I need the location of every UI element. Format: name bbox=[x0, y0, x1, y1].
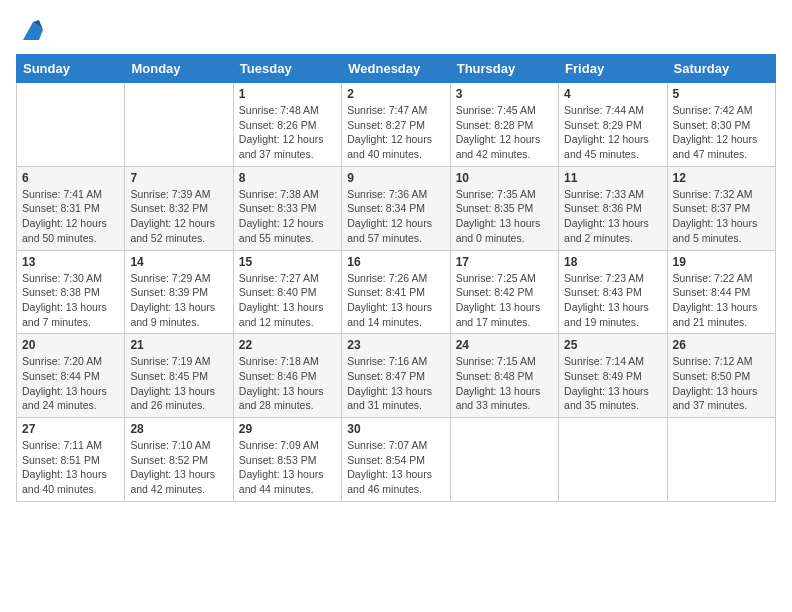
calendar-cell: 20Sunrise: 7:20 AMSunset: 8:44 PMDayligh… bbox=[17, 334, 125, 418]
calendar-cell: 17Sunrise: 7:25 AMSunset: 8:42 PMDayligh… bbox=[450, 250, 558, 334]
calendar-row: 27Sunrise: 7:11 AMSunset: 8:51 PMDayligh… bbox=[17, 418, 776, 502]
calendar-cell: 18Sunrise: 7:23 AMSunset: 8:43 PMDayligh… bbox=[559, 250, 667, 334]
day-info: Sunrise: 7:10 AMSunset: 8:52 PMDaylight:… bbox=[130, 438, 227, 497]
day-number: 20 bbox=[22, 338, 119, 352]
day-info: Sunrise: 7:16 AMSunset: 8:47 PMDaylight:… bbox=[347, 354, 444, 413]
day-number: 21 bbox=[130, 338, 227, 352]
logo bbox=[16, 16, 47, 44]
calendar-cell bbox=[125, 83, 233, 167]
calendar-cell: 19Sunrise: 7:22 AMSunset: 8:44 PMDayligh… bbox=[667, 250, 775, 334]
day-info: Sunrise: 7:15 AMSunset: 8:48 PMDaylight:… bbox=[456, 354, 553, 413]
day-info: Sunrise: 7:25 AMSunset: 8:42 PMDaylight:… bbox=[456, 271, 553, 330]
day-number: 4 bbox=[564, 87, 661, 101]
day-info: Sunrise: 7:27 AMSunset: 8:40 PMDaylight:… bbox=[239, 271, 336, 330]
weekday-header-wednesday: Wednesday bbox=[342, 55, 450, 83]
day-info: Sunrise: 7:09 AMSunset: 8:53 PMDaylight:… bbox=[239, 438, 336, 497]
calendar-cell bbox=[559, 418, 667, 502]
day-number: 3 bbox=[456, 87, 553, 101]
calendar-cell bbox=[667, 418, 775, 502]
day-number: 19 bbox=[673, 255, 770, 269]
calendar-cell: 28Sunrise: 7:10 AMSunset: 8:52 PMDayligh… bbox=[125, 418, 233, 502]
day-info: Sunrise: 7:45 AMSunset: 8:28 PMDaylight:… bbox=[456, 103, 553, 162]
day-info: Sunrise: 7:41 AMSunset: 8:31 PMDaylight:… bbox=[22, 187, 119, 246]
day-number: 22 bbox=[239, 338, 336, 352]
calendar-cell: 11Sunrise: 7:33 AMSunset: 8:36 PMDayligh… bbox=[559, 166, 667, 250]
calendar-cell: 27Sunrise: 7:11 AMSunset: 8:51 PMDayligh… bbox=[17, 418, 125, 502]
day-number: 2 bbox=[347, 87, 444, 101]
day-info: Sunrise: 7:23 AMSunset: 8:43 PMDaylight:… bbox=[564, 271, 661, 330]
calendar-cell: 8Sunrise: 7:38 AMSunset: 8:33 PMDaylight… bbox=[233, 166, 341, 250]
day-info: Sunrise: 7:11 AMSunset: 8:51 PMDaylight:… bbox=[22, 438, 119, 497]
weekday-header-monday: Monday bbox=[125, 55, 233, 83]
day-number: 28 bbox=[130, 422, 227, 436]
calendar-cell: 25Sunrise: 7:14 AMSunset: 8:49 PMDayligh… bbox=[559, 334, 667, 418]
calendar-cell: 14Sunrise: 7:29 AMSunset: 8:39 PMDayligh… bbox=[125, 250, 233, 334]
day-number: 8 bbox=[239, 171, 336, 185]
day-number: 25 bbox=[564, 338, 661, 352]
weekday-header-saturday: Saturday bbox=[667, 55, 775, 83]
weekday-header-friday: Friday bbox=[559, 55, 667, 83]
calendar-cell: 26Sunrise: 7:12 AMSunset: 8:50 PMDayligh… bbox=[667, 334, 775, 418]
day-number: 14 bbox=[130, 255, 227, 269]
calendar-row: 1Sunrise: 7:48 AMSunset: 8:26 PMDaylight… bbox=[17, 83, 776, 167]
day-number: 24 bbox=[456, 338, 553, 352]
calendar-cell: 3Sunrise: 7:45 AMSunset: 8:28 PMDaylight… bbox=[450, 83, 558, 167]
day-number: 1 bbox=[239, 87, 336, 101]
calendar-cell bbox=[17, 83, 125, 167]
calendar-cell bbox=[450, 418, 558, 502]
day-info: Sunrise: 7:12 AMSunset: 8:50 PMDaylight:… bbox=[673, 354, 770, 413]
day-number: 5 bbox=[673, 87, 770, 101]
day-info: Sunrise: 7:18 AMSunset: 8:46 PMDaylight:… bbox=[239, 354, 336, 413]
day-number: 7 bbox=[130, 171, 227, 185]
day-info: Sunrise: 7:39 AMSunset: 8:32 PMDaylight:… bbox=[130, 187, 227, 246]
calendar-cell: 16Sunrise: 7:26 AMSunset: 8:41 PMDayligh… bbox=[342, 250, 450, 334]
day-info: Sunrise: 7:07 AMSunset: 8:54 PMDaylight:… bbox=[347, 438, 444, 497]
day-info: Sunrise: 7:35 AMSunset: 8:35 PMDaylight:… bbox=[456, 187, 553, 246]
calendar-cell: 7Sunrise: 7:39 AMSunset: 8:32 PMDaylight… bbox=[125, 166, 233, 250]
day-number: 16 bbox=[347, 255, 444, 269]
calendar-cell: 24Sunrise: 7:15 AMSunset: 8:48 PMDayligh… bbox=[450, 334, 558, 418]
calendar-cell: 5Sunrise: 7:42 AMSunset: 8:30 PMDaylight… bbox=[667, 83, 775, 167]
day-info: Sunrise: 7:48 AMSunset: 8:26 PMDaylight:… bbox=[239, 103, 336, 162]
calendar-cell: 21Sunrise: 7:19 AMSunset: 8:45 PMDayligh… bbox=[125, 334, 233, 418]
calendar-row: 13Sunrise: 7:30 AMSunset: 8:38 PMDayligh… bbox=[17, 250, 776, 334]
weekday-header-row: SundayMondayTuesdayWednesdayThursdayFrid… bbox=[17, 55, 776, 83]
day-number: 10 bbox=[456, 171, 553, 185]
day-info: Sunrise: 7:29 AMSunset: 8:39 PMDaylight:… bbox=[130, 271, 227, 330]
calendar-cell: 23Sunrise: 7:16 AMSunset: 8:47 PMDayligh… bbox=[342, 334, 450, 418]
calendar-row: 20Sunrise: 7:20 AMSunset: 8:44 PMDayligh… bbox=[17, 334, 776, 418]
calendar-cell: 1Sunrise: 7:48 AMSunset: 8:26 PMDaylight… bbox=[233, 83, 341, 167]
day-number: 9 bbox=[347, 171, 444, 185]
calendar-cell: 4Sunrise: 7:44 AMSunset: 8:29 PMDaylight… bbox=[559, 83, 667, 167]
day-info: Sunrise: 7:38 AMSunset: 8:33 PMDaylight:… bbox=[239, 187, 336, 246]
day-info: Sunrise: 7:47 AMSunset: 8:27 PMDaylight:… bbox=[347, 103, 444, 162]
weekday-header-thursday: Thursday bbox=[450, 55, 558, 83]
day-number: 18 bbox=[564, 255, 661, 269]
day-info: Sunrise: 7:44 AMSunset: 8:29 PMDaylight:… bbox=[564, 103, 661, 162]
day-number: 26 bbox=[673, 338, 770, 352]
day-info: Sunrise: 7:14 AMSunset: 8:49 PMDaylight:… bbox=[564, 354, 661, 413]
calendar-cell: 22Sunrise: 7:18 AMSunset: 8:46 PMDayligh… bbox=[233, 334, 341, 418]
day-number: 13 bbox=[22, 255, 119, 269]
day-info: Sunrise: 7:26 AMSunset: 8:41 PMDaylight:… bbox=[347, 271, 444, 330]
calendar-cell: 15Sunrise: 7:27 AMSunset: 8:40 PMDayligh… bbox=[233, 250, 341, 334]
day-number: 27 bbox=[22, 422, 119, 436]
calendar-cell: 10Sunrise: 7:35 AMSunset: 8:35 PMDayligh… bbox=[450, 166, 558, 250]
calendar-cell: 12Sunrise: 7:32 AMSunset: 8:37 PMDayligh… bbox=[667, 166, 775, 250]
day-number: 30 bbox=[347, 422, 444, 436]
logo-icon bbox=[19, 16, 47, 44]
day-number: 6 bbox=[22, 171, 119, 185]
day-info: Sunrise: 7:22 AMSunset: 8:44 PMDaylight:… bbox=[673, 271, 770, 330]
calendar-cell: 29Sunrise: 7:09 AMSunset: 8:53 PMDayligh… bbox=[233, 418, 341, 502]
calendar-cell: 9Sunrise: 7:36 AMSunset: 8:34 PMDaylight… bbox=[342, 166, 450, 250]
calendar-cell: 6Sunrise: 7:41 AMSunset: 8:31 PMDaylight… bbox=[17, 166, 125, 250]
day-number: 29 bbox=[239, 422, 336, 436]
day-info: Sunrise: 7:20 AMSunset: 8:44 PMDaylight:… bbox=[22, 354, 119, 413]
calendar-cell: 2Sunrise: 7:47 AMSunset: 8:27 PMDaylight… bbox=[342, 83, 450, 167]
day-info: Sunrise: 7:30 AMSunset: 8:38 PMDaylight:… bbox=[22, 271, 119, 330]
day-info: Sunrise: 7:19 AMSunset: 8:45 PMDaylight:… bbox=[130, 354, 227, 413]
day-number: 12 bbox=[673, 171, 770, 185]
page-header bbox=[16, 16, 776, 44]
calendar-cell: 13Sunrise: 7:30 AMSunset: 8:38 PMDayligh… bbox=[17, 250, 125, 334]
weekday-header-sunday: Sunday bbox=[17, 55, 125, 83]
